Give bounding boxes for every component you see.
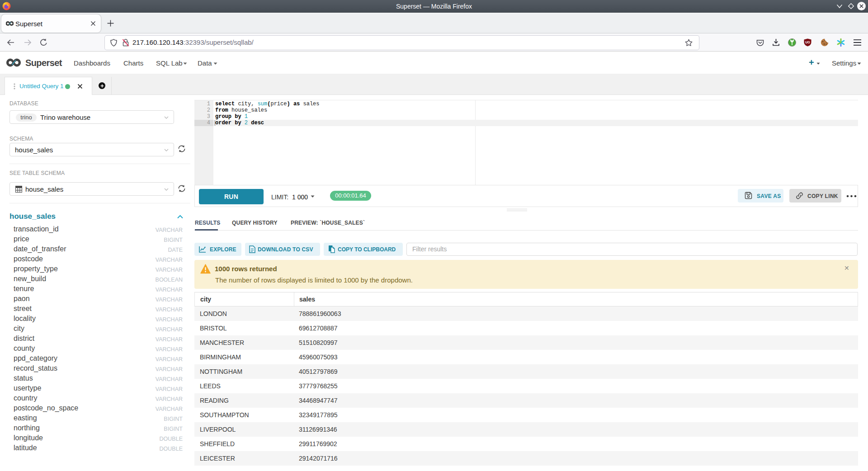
svg-text:UO: UO — [805, 41, 810, 44]
